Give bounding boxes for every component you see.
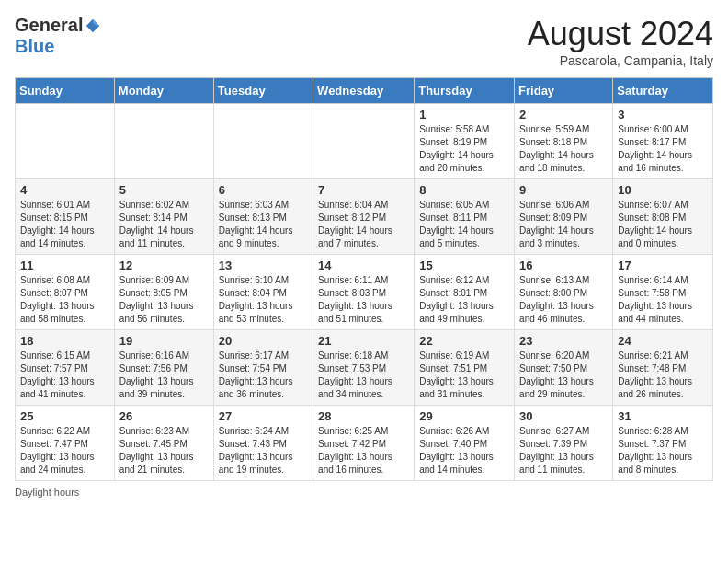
day-info: Sunrise: 6:15 AM Sunset: 7:57 PM Dayligh… [20, 350, 109, 401]
calendar-cell: 10Sunrise: 6:07 AM Sunset: 8:08 PM Dayli… [613, 179, 713, 255]
day-number: 10 [618, 183, 708, 197]
day-number: 25 [20, 409, 109, 423]
day-info: Sunrise: 6:01 AM Sunset: 8:15 PM Dayligh… [20, 199, 109, 250]
calendar-week-row: 18Sunrise: 6:15 AM Sunset: 7:57 PM Dayli… [16, 330, 713, 406]
logo-blue-text: Blue [15, 36, 54, 57]
calendar-dow-wednesday: Wednesday [313, 78, 415, 104]
day-number: 27 [219, 409, 308, 423]
calendar-cell: 29Sunrise: 6:26 AM Sunset: 7:40 PM Dayli… [415, 406, 515, 481]
day-number: 9 [519, 183, 608, 197]
calendar-cell: 24Sunrise: 6:21 AM Sunset: 7:48 PM Dayli… [613, 330, 713, 406]
day-number: 3 [618, 108, 708, 121]
day-info: Sunrise: 6:08 AM Sunset: 8:07 PM Dayligh… [20, 274, 109, 326]
calendar-cell: 9Sunrise: 6:06 AM Sunset: 8:09 PM Daylig… [515, 179, 613, 255]
day-info: Sunrise: 6:23 AM Sunset: 7:45 PM Dayligh… [119, 425, 209, 477]
calendar-cell: 16Sunrise: 6:13 AM Sunset: 8:00 PM Dayli… [515, 255, 613, 330]
calendar-cell: 3Sunrise: 6:00 AM Sunset: 8:17 PM Daylig… [613, 104, 713, 179]
day-info: Sunrise: 6:19 AM Sunset: 7:51 PM Dayligh… [419, 350, 509, 401]
day-number: 24 [618, 334, 708, 348]
calendar-week-row: 25Sunrise: 6:22 AM Sunset: 7:47 PM Dayli… [16, 406, 713, 481]
day-number: 22 [419, 334, 509, 348]
day-number: 17 [618, 259, 708, 272]
page-header: General Blue August 2024 Pascarola, Camp… [15, 15, 713, 68]
calendar-cell [213, 104, 313, 179]
calendar-cell: 5Sunrise: 6:02 AM Sunset: 8:14 PM Daylig… [114, 179, 213, 255]
day-number: 11 [20, 259, 109, 272]
day-info: Sunrise: 6:12 AM Sunset: 8:01 PM Dayligh… [419, 274, 509, 326]
calendar-cell: 6Sunrise: 6:03 AM Sunset: 8:13 PM Daylig… [213, 179, 313, 255]
calendar-cell: 30Sunrise: 6:27 AM Sunset: 7:39 PM Dayli… [515, 406, 613, 481]
calendar-table: SundayMondayTuesdayWednesdayThursdayFrid… [15, 77, 713, 481]
calendar-cell: 28Sunrise: 6:25 AM Sunset: 7:42 PM Dayli… [313, 406, 415, 481]
day-info: Sunrise: 6:16 AM Sunset: 7:56 PM Dayligh… [119, 350, 209, 401]
day-number: 30 [519, 409, 608, 423]
calendar-cell: 2Sunrise: 5:59 AM Sunset: 8:18 PM Daylig… [515, 104, 613, 179]
day-info: Sunrise: 6:10 AM Sunset: 8:04 PM Dayligh… [219, 274, 308, 326]
month-title: August 2024 [528, 15, 713, 53]
title-block: August 2024 Pascarola, Campania, Italy [528, 15, 713, 68]
calendar-cell: 4Sunrise: 6:01 AM Sunset: 8:15 PM Daylig… [16, 179, 115, 255]
calendar-week-row: 11Sunrise: 6:08 AM Sunset: 8:07 PM Dayli… [16, 255, 713, 330]
calendar-dow-tuesday: Tuesday [213, 78, 313, 104]
day-info: Sunrise: 6:17 AM Sunset: 7:54 PM Dayligh… [219, 350, 308, 401]
day-info: Sunrise: 6:04 AM Sunset: 8:12 PM Dayligh… [318, 199, 409, 250]
calendar-cell: 31Sunrise: 6:28 AM Sunset: 7:37 PM Dayli… [613, 406, 713, 481]
day-number: 6 [219, 183, 308, 197]
day-number: 16 [519, 259, 608, 272]
calendar-dow-sunday: Sunday [16, 78, 115, 104]
calendar-dow-monday: Monday [114, 78, 213, 104]
day-number: 8 [419, 183, 509, 197]
calendar-week-row: 4Sunrise: 6:01 AM Sunset: 8:15 PM Daylig… [16, 179, 713, 255]
calendar-dow-thursday: Thursday [415, 78, 515, 104]
day-number: 14 [318, 259, 409, 272]
calendar-cell: 13Sunrise: 6:10 AM Sunset: 8:04 PM Dayli… [213, 255, 313, 330]
day-number: 15 [419, 259, 509, 272]
calendar-cell: 25Sunrise: 6:22 AM Sunset: 7:47 PM Dayli… [16, 406, 115, 481]
day-number: 21 [318, 334, 409, 348]
day-info: Sunrise: 6:28 AM Sunset: 7:37 PM Dayligh… [618, 425, 708, 477]
calendar-cell: 8Sunrise: 6:05 AM Sunset: 8:11 PM Daylig… [415, 179, 515, 255]
day-number: 1 [419, 108, 509, 121]
day-number: 26 [119, 409, 209, 423]
location-text: Pascarola, Campania, Italy [528, 53, 713, 68]
day-info: Sunrise: 6:14 AM Sunset: 7:58 PM Dayligh… [618, 274, 708, 326]
day-info: Sunrise: 6:09 AM Sunset: 8:05 PM Dayligh… [119, 274, 209, 326]
calendar-cell: 27Sunrise: 6:24 AM Sunset: 7:43 PM Dayli… [213, 406, 313, 481]
day-number: 12 [119, 259, 209, 272]
calendar-week-row: 1Sunrise: 5:58 AM Sunset: 8:19 PM Daylig… [16, 104, 713, 179]
day-info: Sunrise: 6:03 AM Sunset: 8:13 PM Dayligh… [219, 199, 308, 250]
calendar-cell: 23Sunrise: 6:20 AM Sunset: 7:50 PM Dayli… [515, 330, 613, 406]
calendar-cell: 12Sunrise: 6:09 AM Sunset: 8:05 PM Dayli… [114, 255, 213, 330]
day-number: 18 [20, 334, 109, 348]
calendar-cell: 1Sunrise: 5:58 AM Sunset: 8:19 PM Daylig… [415, 104, 515, 179]
calendar-dow-saturday: Saturday [613, 78, 713, 104]
calendar-cell: 26Sunrise: 6:23 AM Sunset: 7:45 PM Dayli… [114, 406, 213, 481]
day-number: 29 [419, 409, 509, 423]
calendar-cell: 17Sunrise: 6:14 AM Sunset: 7:58 PM Dayli… [613, 255, 713, 330]
day-number: 2 [519, 108, 608, 121]
calendar-cell: 14Sunrise: 6:11 AM Sunset: 8:03 PM Dayli… [313, 255, 415, 330]
day-info: Sunrise: 5:59 AM Sunset: 8:18 PM Dayligh… [519, 123, 608, 175]
footer-note: Daylight hours [15, 487, 713, 498]
day-number: 23 [519, 334, 608, 348]
day-number: 20 [219, 334, 308, 348]
day-info: Sunrise: 6:06 AM Sunset: 8:09 PM Dayligh… [519, 199, 608, 250]
calendar-cell: 11Sunrise: 6:08 AM Sunset: 8:07 PM Dayli… [16, 255, 115, 330]
day-info: Sunrise: 6:18 AM Sunset: 7:53 PM Dayligh… [318, 350, 409, 401]
calendar-cell: 20Sunrise: 6:17 AM Sunset: 7:54 PM Dayli… [213, 330, 313, 406]
day-info: Sunrise: 6:27 AM Sunset: 7:39 PM Dayligh… [519, 425, 608, 477]
day-info: Sunrise: 6:26 AM Sunset: 7:40 PM Dayligh… [419, 425, 509, 477]
logo-general-text: General [15, 15, 83, 36]
day-info: Sunrise: 6:02 AM Sunset: 8:14 PM Dayligh… [119, 199, 209, 250]
day-number: 7 [318, 183, 409, 197]
day-number: 13 [219, 259, 308, 272]
calendar-dow-friday: Friday [515, 78, 613, 104]
day-info: Sunrise: 6:13 AM Sunset: 8:00 PM Dayligh… [519, 274, 608, 326]
day-number: 19 [119, 334, 209, 348]
calendar-cell [16, 104, 115, 179]
logo: General Blue [15, 15, 101, 57]
day-number: 31 [618, 409, 708, 423]
day-number: 28 [318, 409, 409, 423]
day-info: Sunrise: 6:22 AM Sunset: 7:47 PM Dayligh… [20, 425, 109, 477]
calendar-cell [313, 104, 415, 179]
